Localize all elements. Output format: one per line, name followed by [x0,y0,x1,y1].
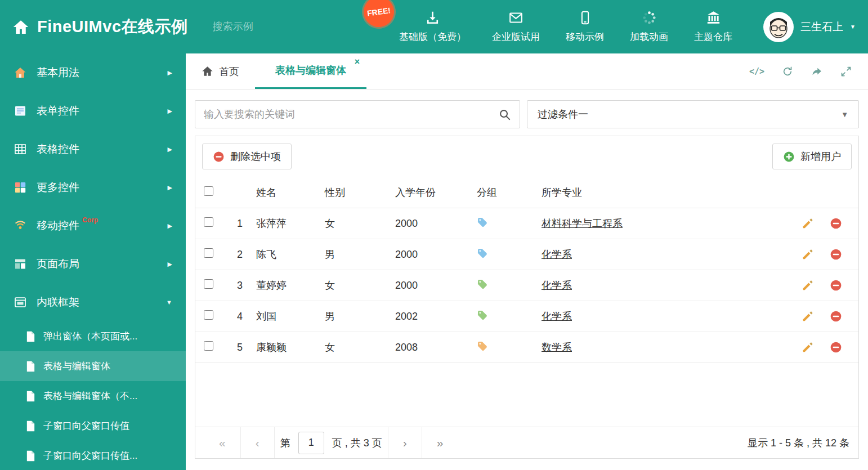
chevron-icon: ▶ [168,184,172,191]
filter-dropdown[interactable]: 过滤条件一 ▼ [527,100,859,128]
sidebar-item-table-controls[interactable]: 表格控件 ▶ [0,130,186,168]
row-checkbox[interactable] [204,217,213,227]
free-badge: FREE! [362,0,396,29]
row-checkbox[interactable] [204,341,213,351]
sidebar-subitem-grid-edit-window-alt[interactable]: 表格与编辑窗体（不... [0,381,186,411]
header-nav-theme-repo[interactable]: 主题仓库 [681,10,745,43]
header-nav-mobile-demo[interactable]: 移动示例 [553,10,617,43]
major-link[interactable]: 化学系 [542,311,572,322]
row-year: 2008 [395,342,477,353]
major-link[interactable]: 化学系 [542,249,572,260]
source-code-icon[interactable]: </> [749,65,764,78]
major-link[interactable]: 数学系 [542,342,572,353]
grid-toolbar: 删除选中项 新增用户 [195,136,858,177]
add-user-button[interactable]: 新增用户 [772,144,852,169]
row-checkbox[interactable] [204,279,213,289]
search-icon[interactable] [498,108,511,121]
next-page-icon[interactable]: › [388,437,422,449]
major-link[interactable]: 材料科学与工程系 [542,218,623,229]
prev-page-icon[interactable]: ‹ [241,437,274,449]
tab-grid-edit-window[interactable]: 表格与编辑窗体 × [255,53,366,89]
header-nav-basic-free[interactable]: 基础版（免费） FREE! [386,10,479,43]
house-icon [14,66,27,79]
edit-pencil-icon[interactable] [802,341,814,353]
chevron-icon: ▶ [168,108,172,115]
brand[interactable]: FineUIMvc在线示例 [12,16,188,38]
filter-row: 过滤条件一 ▼ [195,100,859,128]
add-user-label: 新增用户 [800,150,841,163]
sidebar-subitem-grid-edit-window[interactable]: 表格与编辑窗体 [0,351,186,381]
sidebar-item-page-layout[interactable]: 页面布局 ▶ [0,245,186,283]
grid-icon [14,142,27,156]
table-row: 3 董婷婷 女 2000 化学系 [195,270,858,301]
chevron-icon: ▼ [166,299,172,306]
header-search-input[interactable] [213,21,343,33]
row-checkbox[interactable] [204,310,213,320]
keyword-search-input[interactable] [204,109,498,120]
sidebar-subitem-popup-window[interactable]: 弹出窗体（本页面或... [0,321,186,351]
expand-icon[interactable] [840,65,852,78]
sidebar-item-inline-frame[interactable]: 内联框架 ▼ [0,283,186,321]
file-icon [26,450,35,462]
sidebar-menu: 基本用法 ▶ 表单控件 ▶ 表格控件 ▶ 更多控件 ▶ 移动控件 Corp ▶ … [0,53,186,470]
refresh-icon[interactable] [781,65,794,78]
table-row: 2 陈飞 男 2000 化学系 [195,239,858,270]
page-number-input[interactable] [298,432,324,454]
row-name: 陈飞 [256,248,325,261]
layout-icon [14,257,27,271]
edit-pencil-icon[interactable] [802,217,814,230]
share-icon[interactable] [811,65,823,78]
user-menu[interactable]: 三生石上 ▼ [763,12,856,42]
chevron-icon: ▶ [168,261,172,268]
last-page-icon[interactable]: » [422,437,458,449]
row-number: 4 [230,311,256,323]
row-year: 2000 [395,280,477,292]
sidebar-item-mobile-controls[interactable]: 移动控件 Corp ▶ [0,207,186,245]
pagination: « ‹ 第 页 , 共 3 页 › » 显示 1 - 5 条 , 共 12 条 [195,427,858,458]
form-icon [14,104,27,118]
sidebar-item-more-controls[interactable]: 更多控件 ▶ [0,168,186,207]
top-header: FineUIMvc在线示例 基础版（免费） FREE! 企业版试用 移动示例 加… [0,0,868,53]
chevron-icon: ▶ [168,222,172,230]
header-nav-loading-animation[interactable]: 加载动画 [617,10,681,43]
sidebar-subitem-child-to-parent[interactable]: 子窗口向父窗口传值 [0,411,186,441]
row-number: 5 [230,342,256,353]
header-nav-enterprise-trial[interactable]: 企业版试用 [479,10,553,43]
tag-icon [477,279,488,290]
filter-dropdown-value: 过滤条件一 [538,108,588,121]
row-name: 刘国 [256,310,325,323]
delete-row-icon[interactable] [830,341,842,353]
row-gender: 女 [325,341,395,354]
edit-pencil-icon[interactable] [802,310,814,323]
delete-row-icon[interactable] [830,310,842,323]
chevron-down-icon: ▼ [850,24,856,30]
row-number: 2 [230,249,256,261]
edit-pencil-icon[interactable] [802,279,814,292]
edit-pencil-icon[interactable] [802,248,814,261]
corp-badge: Corp [82,216,98,224]
close-icon[interactable]: × [355,57,360,66]
record-summary: 显示 1 - 5 条 , 共 12 条 [748,436,849,450]
delete-selected-button[interactable]: 删除选中项 [202,144,292,169]
tab-home[interactable]: 首页 [186,53,255,89]
row-checkbox[interactable] [204,248,213,258]
delete-row-icon[interactable] [830,248,842,261]
first-page-icon[interactable]: « [204,437,240,449]
delete-row-icon[interactable] [830,279,842,292]
major-link[interactable]: 化学系 [542,280,572,291]
sidebar-item-basic-usage[interactable]: 基本用法 ▶ [0,53,186,92]
select-all-checkbox[interactable] [204,186,213,196]
download-icon [425,10,440,25]
row-year: 2000 [395,249,477,261]
column-header-major: 所学专业 [542,186,785,199]
row-gender: 男 [325,310,395,323]
avatar [763,12,794,42]
row-number: 3 [230,280,256,292]
keyword-search [195,100,520,128]
sidebar-item-form-controls[interactable]: 表单控件 ▶ [0,92,186,130]
tab-active-label: 表格与编辑窗体 [275,64,346,77]
header-search [213,20,334,34]
delete-row-icon[interactable] [830,217,842,230]
sidebar-subitem-child-to-parent-alt[interactable]: 子窗口向父窗口传值... [0,441,186,470]
main-area: 首页 表格与编辑窗体 × </> 过滤条件一 ▼ [186,53,868,470]
